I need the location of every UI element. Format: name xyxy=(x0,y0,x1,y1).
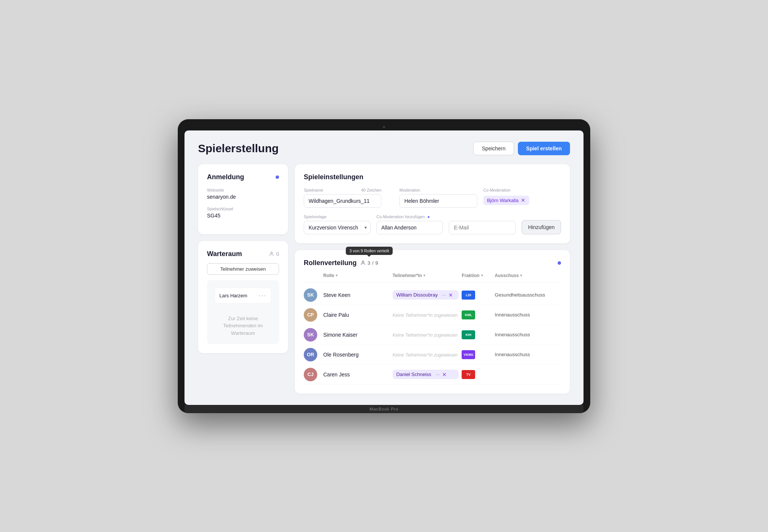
participant-tag-4: Daniel Schneiss ··· ✕ xyxy=(393,370,459,379)
anmeldung-card: Anmeldung Webseite senaryon.de Spielschl… xyxy=(198,164,288,234)
spielname-label: Spielname xyxy=(304,188,323,192)
warteraum-count: 0 xyxy=(269,251,279,257)
create-game-button[interactable]: Spiel erstellen xyxy=(518,142,570,155)
email-input[interactable] xyxy=(449,221,516,234)
warteraum-card: Warteraum 0 Teilnehmer zuweisen Lars Har… xyxy=(198,241,288,354)
table-row: SK Steve Keen William Dissoubray ··· ✕ L… xyxy=(304,285,561,305)
spieleinstellungen-card: Spieleinstellungen Spielname 40 Zeichen xyxy=(295,164,570,243)
rollenverteilung-header: Rollenverteilung 3 / 9 3 von 9 Rollen ve… xyxy=(304,259,561,267)
website-label: Webseite xyxy=(207,188,279,192)
ausschuss-0: Gesundheitsausschuss xyxy=(495,292,561,298)
anmeldung-title: Anmeldung xyxy=(207,173,279,181)
remove-participant-4[interactable]: ✕ xyxy=(442,372,447,377)
key-label: Spielschlüssel xyxy=(207,207,279,211)
email-group xyxy=(449,214,516,234)
participant-cell-2: Keine Teilnehmer*in zugewiesen xyxy=(393,331,459,338)
role-name-3: Ole Rosenberg xyxy=(323,352,390,358)
table-row: CJ Caren Jess Daniel Schneiss ··· ✕ TV xyxy=(304,365,561,385)
laptop-base: MacBook Pro xyxy=(184,405,584,413)
warteraum-title: Warteraum xyxy=(207,250,242,258)
warteraum-empty-text: Zur Zeit keine Teilnehmenden im Warterau… xyxy=(214,315,272,337)
spielvorlage-wrapper: Kurzversion Virenschutz ▾ xyxy=(304,221,370,234)
table-header: Rolle ▾ Teilnehmer*in ▾ Fraktion ▾ xyxy=(304,273,561,282)
rollenverteilung-title: Rollenverteilung xyxy=(304,259,357,267)
ausschuss-1: Innenausschuss xyxy=(495,312,561,318)
co-mod-person-input[interactable] xyxy=(376,221,443,234)
fraktion-logo-1: KML xyxy=(462,310,475,319)
spielvorlage-group: Spielvorlage Kurzversion Virenschutz ▾ xyxy=(304,214,370,234)
participant-cell-3: Keine Teilnehmer*in zugewiesen xyxy=(393,351,459,358)
role-avatar-0: SK xyxy=(304,288,317,302)
empty-participant-2: Keine Teilnehmer*in zugewiesen xyxy=(393,333,458,338)
key-value: SG45 xyxy=(207,213,279,219)
participant-cell-1: Keine Teilnehmer*in zugewiesen xyxy=(393,312,459,318)
empty-participant-3: Keine Teilnehmer*in zugewiesen xyxy=(393,352,458,358)
more-button-4[interactable]: ··· xyxy=(436,372,440,377)
role-avatar-2: SK xyxy=(304,328,317,342)
anmeldung-dot xyxy=(276,175,279,179)
settings-row1: Spielname 40 Zeichen Moderation xyxy=(304,188,561,208)
table-row: SK Simone Kaiser Keine Teilnehmer*in zug… xyxy=(304,325,561,345)
role-name-2: Simone Kaiser xyxy=(323,332,390,338)
header-buttons: Speichern Spiel erstellen xyxy=(473,142,570,155)
chevron-down-icon: ▾ xyxy=(520,273,522,277)
page-header: Spielerstellung Speichern Spiel erstelle… xyxy=(198,142,570,155)
moderation-group: Moderation xyxy=(399,188,477,208)
table-row: CP Claire Palu Keine Teilnehmer*in zugew… xyxy=(304,305,561,325)
moderation-label: Moderation xyxy=(399,188,477,192)
fraktion-logo-4: TV xyxy=(462,370,475,379)
participant-name: Lars Harzem xyxy=(219,293,247,298)
spielvorlage-select[interactable]: Kurzversion Virenschutz xyxy=(304,221,370,234)
main-grid: Anmeldung Webseite senaryon.de Spielschl… xyxy=(198,164,570,394)
warteraum-participant: Lars Harzem ··· xyxy=(214,288,272,304)
empty-participant-1: Keine Teilnehmer*in zugewiesen xyxy=(393,313,458,318)
table-body: SK Steve Keen William Dissoubray ··· ✕ L… xyxy=(304,285,561,385)
right-column: Spieleinstellungen Spielname 40 Zeichen xyxy=(295,164,570,394)
chevron-down-icon: ▾ xyxy=(336,273,338,277)
col-header-teilnehmer[interactable]: Teilnehmer*in ▾ xyxy=(393,273,459,278)
co-mod-remove-button[interactable]: ✕ xyxy=(521,198,525,203)
spielvorlage-label: Spielvorlage xyxy=(304,214,370,219)
person-count-icon xyxy=(360,260,366,265)
remove-participant-0[interactable]: ✕ xyxy=(448,292,453,298)
chevron-down-icon: ▾ xyxy=(423,273,425,277)
settings-row2: Spielvorlage Kurzversion Virenschutz ▾ xyxy=(304,214,561,234)
char-count: 40 Zeichen xyxy=(361,188,381,192)
warteraum-header: Warteraum 0 xyxy=(207,250,279,258)
rollen-title-group: Rollenverteilung 3 / 9 3 von 9 Rollen ve… xyxy=(304,259,378,267)
website-value: senaryon.de xyxy=(207,194,279,200)
role-name-1: Claire Palu xyxy=(323,312,390,318)
role-avatar-4: CJ xyxy=(304,368,317,381)
co-moderation-group: Co-Moderation Björn Warkalla ✕ xyxy=(483,188,561,208)
add-co-mod-button[interactable]: Hinzufügen xyxy=(522,220,561,234)
more-button-0[interactable]: ··· xyxy=(442,292,446,298)
role-name-0: Steve Keen xyxy=(323,292,390,298)
co-mod-tag: Björn Warkalla ✕ xyxy=(483,196,529,205)
col-header-ausschuss[interactable]: Ausschuss ▾ xyxy=(495,273,561,278)
fraktion-logo-0: LDI xyxy=(462,291,475,300)
rollenverteilung-card: Rollenverteilung 3 / 9 3 von 9 Rollen ve… xyxy=(295,250,570,394)
moderation-input[interactable] xyxy=(399,194,477,208)
table-row: OR Ole Rosenberg Keine Teilnehmer*in zug… xyxy=(304,345,561,365)
chevron-down-icon: ▾ xyxy=(481,273,483,277)
col-header-fraktion[interactable]: Fraktion ▾ xyxy=(462,273,492,278)
participant-more-button[interactable]: ··· xyxy=(259,292,267,300)
assign-participants-button[interactable]: Teilnehmer zuweisen xyxy=(207,263,279,275)
ausschuss-3: Innenausschuss xyxy=(495,352,561,357)
participant-tag-0: William Dissoubray ··· ✕ xyxy=(393,290,459,300)
left-column: Anmeldung Webseite senaryon.de Spielschl… xyxy=(198,164,288,394)
info-dot: ● xyxy=(427,214,430,219)
rollen-count: 3 / 9 3 von 9 Rollen verteilt xyxy=(360,260,378,266)
co-mod-add-label: Co-Moderation hinzufügen ● xyxy=(376,214,443,219)
save-button[interactable]: Speichern xyxy=(473,142,514,155)
col-header-rolle[interactable]: Rolle ▾ xyxy=(323,273,390,278)
svg-point-0 xyxy=(270,252,272,254)
spielname-input[interactable] xyxy=(304,194,381,208)
co-moderation-label: Co-Moderation xyxy=(483,188,561,192)
spielname-group: Spielname 40 Zeichen xyxy=(304,188,381,208)
spieleinstellungen-title: Spieleinstellungen xyxy=(304,173,561,181)
participant-cell-4: Daniel Schneiss ··· ✕ xyxy=(393,370,459,379)
participant-cell-0: William Dissoubray ··· ✕ xyxy=(393,290,459,300)
add-button-group: Hinzufügen xyxy=(522,214,561,234)
co-mod-add-group: Co-Moderation hinzufügen ● xyxy=(376,214,443,234)
